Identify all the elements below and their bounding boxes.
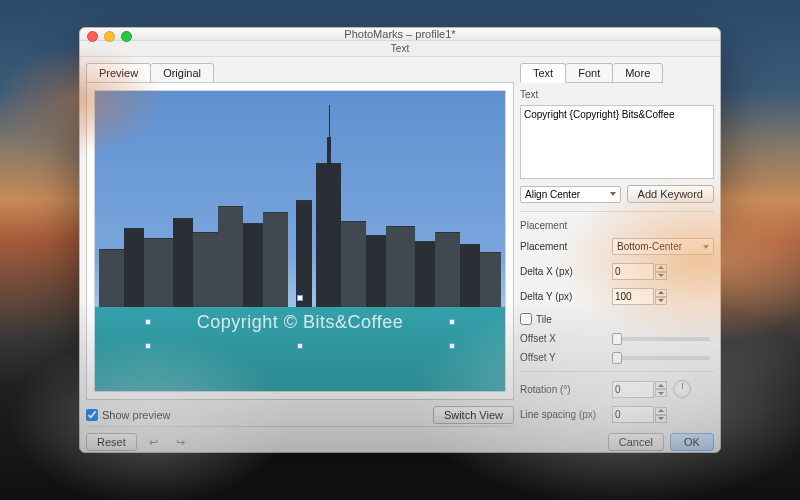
placement-label: Placement (520, 241, 606, 252)
reset-button[interactable]: Reset (86, 433, 137, 451)
titlebar: PhotoMarks – profile1* (80, 28, 720, 41)
linespacing-spinner[interactable] (612, 406, 667, 423)
stepper-up-icon[interactable] (655, 289, 667, 297)
selection-handle[interactable] (449, 319, 455, 325)
rotation-dial[interactable] (673, 380, 691, 398)
rotation-input[interactable] (612, 381, 654, 398)
deltay-input[interactable] (612, 288, 654, 305)
preview-tabs: Preview Original (86, 63, 514, 83)
watermark-text-input[interactable]: Copyright {Copyright} Bits&Coffee (520, 105, 714, 179)
desktop-wallpaper: PhotoMarks – profile1* Text Preview Orig… (0, 0, 800, 500)
add-keyword-button[interactable]: Add Keyword (627, 185, 714, 203)
tab-original[interactable]: Original (151, 63, 214, 83)
tab-text[interactable]: Text (520, 63, 566, 83)
watermark-overlay[interactable]: Copyright © Bits&Coffee (197, 312, 404, 333)
selection-handle[interactable] (449, 343, 455, 349)
minimize-icon[interactable] (104, 31, 115, 42)
deltay-label: Delta Y (px) (520, 291, 606, 302)
deltax-input[interactable] (612, 263, 654, 280)
redo-icon[interactable]: ↪ (170, 436, 191, 449)
deltax-spinner[interactable] (612, 263, 667, 280)
app-window: PhotoMarks – profile1* Text Preview Orig… (79, 27, 721, 453)
settings-tabs: Text Font More (520, 63, 714, 83)
linespacing-input[interactable] (612, 406, 654, 423)
cancel-button[interactable]: Cancel (608, 433, 664, 451)
stepper-down-icon[interactable] (655, 272, 667, 280)
sheet-title: Text (80, 41, 720, 57)
tile-input[interactable] (520, 313, 532, 325)
offsety-slider[interactable] (612, 356, 710, 360)
tab-font[interactable]: Font (566, 63, 613, 83)
switch-view-button[interactable]: Switch View (433, 406, 514, 424)
undo-icon[interactable]: ↩ (143, 436, 164, 449)
stepper-down-icon[interactable] (655, 389, 667, 397)
stepper-up-icon[interactable] (655, 264, 667, 272)
align-select[interactable]: Align Center (520, 186, 621, 203)
rotation-label: Rotation (°) (520, 384, 606, 395)
offsetx-slider[interactable] (612, 337, 710, 341)
offsetx-label: Offset X (520, 333, 606, 344)
deltax-label: Delta X (px) (520, 266, 606, 277)
rotation-spinner[interactable] (612, 381, 667, 398)
close-icon[interactable] (87, 31, 98, 42)
placement-select[interactable]: Bottom-Center (612, 238, 714, 255)
tile-label: Tile (536, 314, 552, 325)
placement-section-label: Placement (520, 220, 714, 231)
deltay-spinner[interactable] (612, 288, 667, 305)
stepper-down-icon[interactable] (655, 297, 667, 305)
offsety-label: Offset Y (520, 352, 606, 363)
show-preview-input[interactable] (86, 409, 98, 421)
selection-handle[interactable] (297, 295, 303, 301)
selection-handle[interactable] (145, 319, 151, 325)
selection-handle[interactable] (297, 343, 303, 349)
show-preview-label: Show preview (102, 409, 170, 421)
linespacing-label: Line spacing (px) (520, 409, 606, 420)
window-title: PhotoMarks – profile1* (80, 28, 720, 40)
stepper-up-icon[interactable] (655, 407, 667, 415)
window-controls (87, 31, 132, 42)
tile-checkbox[interactable]: Tile (520, 313, 552, 325)
show-preview-checkbox[interactable]: Show preview (86, 409, 170, 421)
preview-area: Copyright © Bits&Coffee (86, 82, 514, 400)
preview-image[interactable]: Copyright © Bits&Coffee (94, 90, 506, 392)
selection-handle[interactable] (145, 343, 151, 349)
stepper-up-icon[interactable] (655, 381, 667, 389)
tab-preview[interactable]: Preview (86, 63, 151, 83)
zoom-icon[interactable] (121, 31, 132, 42)
ok-button[interactable]: OK (670, 433, 714, 451)
tab-more[interactable]: More (613, 63, 663, 83)
text-section-label: Text (520, 89, 714, 100)
stepper-down-icon[interactable] (655, 415, 667, 423)
